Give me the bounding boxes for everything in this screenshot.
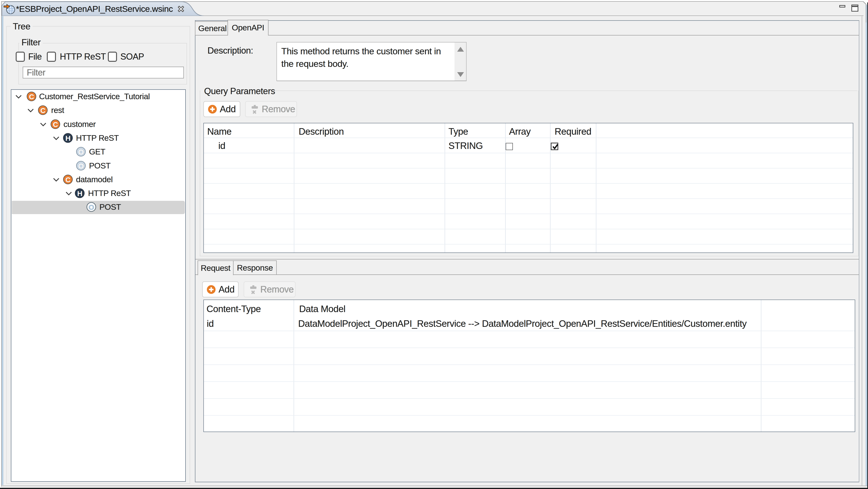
svg-text:H: H [65, 134, 70, 142]
svg-text:C: C [40, 106, 45, 114]
svg-text:C: C [53, 120, 58, 128]
svg-text:O: O [78, 162, 84, 170]
svg-text:H: H [77, 189, 82, 197]
svg-text:C: C [65, 176, 70, 184]
svg-text:C: C [29, 93, 34, 101]
svg-text:O: O [89, 203, 94, 211]
svg-text:O: O [78, 148, 84, 156]
